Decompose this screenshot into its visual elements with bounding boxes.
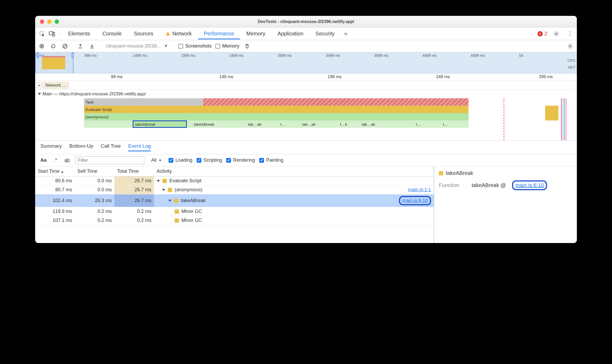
tab-performance[interactable]: Performance xyxy=(198,28,240,39)
painting-checkbox[interactable]: Painting xyxy=(259,157,283,163)
svg-rect-3 xyxy=(168,33,168,34)
detail-timeline-header[interactable]: 99 ms 149 ms 199 ms 249 ms 299 ms xyxy=(35,73,577,81)
tab-elements[interactable]: Elements xyxy=(62,28,96,39)
clear-icon[interactable] xyxy=(61,42,69,50)
flame-long-task[interactable] xyxy=(203,98,469,106)
svg-line-9 xyxy=(63,45,67,48)
chevron-down-icon[interactable] xyxy=(168,200,171,202)
chevron-down-icon[interactable] xyxy=(162,189,165,191)
overview-ticks: 9 ms 999 ms 1499 ms 1999 ms 2499 ms 2999… xyxy=(35,53,566,58)
source-link[interactable]: main.js:6:10 xyxy=(515,182,544,188)
network-lane[interactable]: ▶ Network … xyxy=(35,81,577,90)
overview-handle-left[interactable] xyxy=(37,52,39,58)
flame-anonymous[interactable]: (anonymous) xyxy=(84,113,469,120)
category-swatch-icon xyxy=(175,218,179,223)
tab-application[interactable]: Application xyxy=(272,28,309,39)
tab-console[interactable]: Console xyxy=(96,28,127,39)
flame-call[interactable]: tak…ak xyxy=(301,120,333,128)
tab-security[interactable]: Security xyxy=(310,28,340,39)
highlight-ring: main.js:6:10 xyxy=(512,180,547,190)
record-icon[interactable] xyxy=(38,42,46,50)
traffic-lights xyxy=(35,20,59,24)
table-row[interactable]: 107.1 ms0.2 ms0.2 msMinor GC xyxy=(35,216,434,225)
chevron-down-icon xyxy=(38,93,41,95)
category-swatch-icon xyxy=(163,179,167,183)
col-start-time[interactable]: Start Time ▲ xyxy=(35,166,75,176)
overview-handle-right[interactable] xyxy=(72,52,74,58)
capture-settings-icon[interactable] xyxy=(566,42,574,50)
divider xyxy=(59,30,60,37)
loading-checkbox[interactable]: Loading xyxy=(169,157,192,163)
memory-checkbox[interactable]: Memory xyxy=(215,43,239,49)
error-icon: ✕ xyxy=(537,31,543,36)
col-activity[interactable]: Activity xyxy=(154,166,434,176)
match-case-icon[interactable]: Aa xyxy=(39,157,48,164)
flame-call[interactable]: t… xyxy=(442,120,458,128)
expand-icon[interactable]: ▶ xyxy=(37,82,42,88)
svg-point-5 xyxy=(555,33,557,35)
flame-call[interactable]: t…k xyxy=(339,120,355,128)
tab-sources[interactable]: Sources xyxy=(128,28,159,39)
flamechart[interactable]: Task Evaluate Script (anonymous) takeABr… xyxy=(35,98,577,141)
error-count[interactable]: ✕ 2 xyxy=(537,31,547,37)
col-total-time[interactable]: Total Time xyxy=(114,166,154,176)
flame-evaluate-script[interactable]: Evaluate Script xyxy=(84,106,469,113)
flame-call[interactable]: takeABreak xyxy=(192,120,241,128)
reload-icon[interactable] xyxy=(49,42,57,50)
table-row[interactable]: 80.6 ms0.0 ms26.7 msEvaluate Script xyxy=(35,176,434,185)
flame-task[interactable]: Task xyxy=(84,98,203,106)
flame-marker-line xyxy=(504,98,504,140)
tab-summary[interactable]: Summary xyxy=(40,143,62,151)
tab-call-tree[interactable]: Call Tree xyxy=(101,143,121,151)
filter-input[interactable] xyxy=(76,156,144,164)
minimize-window-button[interactable] xyxy=(47,20,52,24)
upload-icon[interactable] xyxy=(76,42,84,50)
table-row[interactable]: 119.9 ms0.2 ms0.2 msMinor GC xyxy=(35,207,434,216)
profile-select[interactable]: clinquant-mousse-2f239… ▼ xyxy=(103,42,171,50)
detail-title: takeABreak xyxy=(439,170,572,176)
performance-toolbar: clinquant-mousse-2f239… ▼ Screenshots Me… xyxy=(35,40,577,52)
kebab-menu-icon[interactable]: ⋮ xyxy=(565,29,575,39)
match-word-icon[interactable]: ab xyxy=(63,157,71,164)
close-window-button[interactable] xyxy=(40,20,44,24)
chevron-down-icon[interactable] xyxy=(157,180,160,182)
flame-call[interactable]: tak…ak xyxy=(247,120,274,128)
tab-event-log[interactable]: Event Log xyxy=(128,143,151,151)
zoom-window-button[interactable] xyxy=(55,20,59,24)
rendering-checkbox[interactable]: Rendering xyxy=(226,157,255,163)
settings-icon[interactable] xyxy=(551,29,561,39)
network-lane-label: Network … xyxy=(43,82,69,88)
tab-bottom-up[interactable]: Bottom-Up xyxy=(69,143,93,151)
scripting-checkbox[interactable]: Scripting xyxy=(197,157,222,163)
category-swatch-icon xyxy=(174,199,178,203)
flame-call[interactable]: t… xyxy=(279,120,295,128)
flame-call-selected[interactable]: takeABreak xyxy=(133,120,187,128)
main-thread-header[interactable]: Main — https://clinquant-mousse-2f2396.n… xyxy=(35,90,577,98)
chevron-down-icon: ▼ xyxy=(159,158,162,162)
table-row[interactable]: 80.7 ms0.0 ms26.7 ms(anonymous)main.js:1… xyxy=(35,185,434,194)
activity-name: takeABreak xyxy=(181,198,206,203)
flame-call[interactable]: t… xyxy=(414,120,431,128)
svg-rect-4 xyxy=(168,35,168,35)
tab-memory[interactable]: Memory xyxy=(240,28,271,39)
table-row[interactable]: 102.4 ms26.3 ms26.7 mstakeABreakmain.js:… xyxy=(35,194,434,207)
source-link[interactable]: main.js:1:1 xyxy=(408,187,431,192)
detail-function-label: Function xyxy=(439,182,465,188)
download-icon[interactable] xyxy=(88,42,96,50)
col-self-time[interactable]: Self Time xyxy=(75,166,114,176)
garbage-collect-icon[interactable] xyxy=(243,42,251,50)
tab-network[interactable]: Network xyxy=(160,28,197,39)
timeline-overview[interactable]: 9 ms 999 ms 1499 ms 1999 ms 2499 ms 2999… xyxy=(35,52,577,73)
activity-name: Minor GC xyxy=(182,218,202,223)
source-link[interactable]: main.js:6:10 xyxy=(402,198,428,203)
event-log-body: Start Time ▲ Self Time Total Time Activi… xyxy=(35,166,577,243)
device-toolbar-icon[interactable] xyxy=(47,29,57,39)
flame-call[interactable]: tak…ak xyxy=(360,120,393,128)
panel-tabs: Elements Console Sources Network Perform… xyxy=(35,27,577,40)
inspect-icon[interactable] xyxy=(37,29,47,39)
duration-select[interactable]: All▼ xyxy=(149,156,164,164)
regex-icon[interactable]: .* xyxy=(52,157,59,164)
screenshots-checkbox[interactable]: Screenshots xyxy=(178,43,212,49)
more-tabs-icon[interactable]: » xyxy=(341,29,350,39)
activity-name: Minor GC xyxy=(182,209,202,214)
